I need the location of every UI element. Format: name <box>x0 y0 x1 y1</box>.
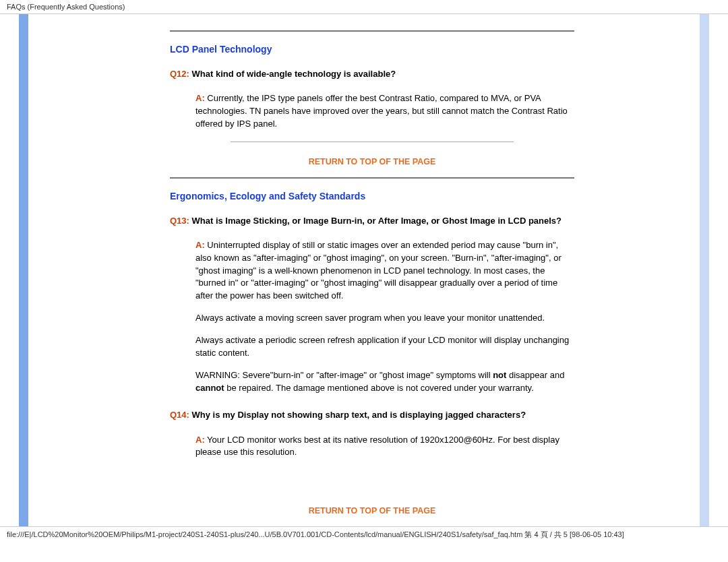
return-to-top-link[interactable]: RETURN TO TOP OF THE PAGE <box>170 506 574 516</box>
a13-warn-mid: disappear and <box>506 370 564 380</box>
footer-file-path: file:///E|/LCD%20Monitor%20OEM/Philips/M… <box>0 526 728 542</box>
a13-warn-pre: WARNING: Severe"burn-in" or "after-image… <box>195 370 493 380</box>
a13-warning: WARNING: Severe"burn-in" or "after-image… <box>195 369 574 395</box>
a13-p1-text: Uninterrupted display of still or static… <box>195 240 562 301</box>
page-frame: LCD Panel Technology Q12: What kind of w… <box>19 14 709 526</box>
q12-line: Q12: What kind of wide-angle technology … <box>170 68 574 80</box>
q13-line: Q13: What is Image Sticking, or Image Bu… <box>170 215 574 227</box>
a13-p2: Always activate a moving screen saver pr… <box>195 312 574 325</box>
q12-text: What kind of wide-angle technology is av… <box>189 69 396 79</box>
content-column: LCD Panel Technology Q12: What kind of w… <box>28 14 700 526</box>
divider-thin <box>231 142 514 142</box>
a13-p3: Always activate a periodic screen refres… <box>195 334 574 360</box>
a14-text: Your LCD monitor works best at its nativ… <box>195 435 559 458</box>
q14-text: Why is my Display not showing sharp text… <box>189 410 526 420</box>
content-inner: LCD Panel Technology Q12: What kind of w… <box>170 30 574 516</box>
a13-label: A: <box>195 240 205 250</box>
a12-block: A: Currently, the IPS type panels offer … <box>195 92 574 131</box>
a13-block: A: Uninterrupted display of still or sta… <box>195 239 574 394</box>
q13-text: What is Image Sticking, or Image Burn-in… <box>189 216 562 226</box>
q13-label: Q13: <box>170 216 189 226</box>
a12-label: A: <box>195 93 205 103</box>
divider <box>170 30 574 32</box>
a13-warn-not: not <box>493 370 506 380</box>
section-title-lcd: LCD Panel Technology <box>170 44 574 55</box>
q14-line: Q14: Why is my Display not showing sharp… <box>170 409 574 421</box>
a13-warn-post: be repaired. The damage mentioned above … <box>224 383 534 393</box>
q14-label: Q14: <box>170 410 189 420</box>
section-title-ergo: Ergonomics, Ecology and Safety Standards <box>170 191 574 201</box>
divider <box>170 177 574 179</box>
a14-block: A: Your LCD monitor works best at its na… <box>195 434 574 460</box>
left-stripe <box>19 14 28 526</box>
right-stripe <box>700 14 709 526</box>
return-to-top-link[interactable]: RETURN TO TOP OF THE PAGE <box>170 157 574 166</box>
a12-text: Currently, the IPS type panels offer the… <box>195 93 568 129</box>
page-header-title: FAQs (Frequently Asked Questions) <box>0 0 728 14</box>
q12-label: Q12: <box>170 69 189 79</box>
a14-label: A: <box>195 435 205 445</box>
a13-p1: A: Uninterrupted display of still or sta… <box>195 239 574 303</box>
a13-warn-cannot: cannot <box>195 383 224 393</box>
